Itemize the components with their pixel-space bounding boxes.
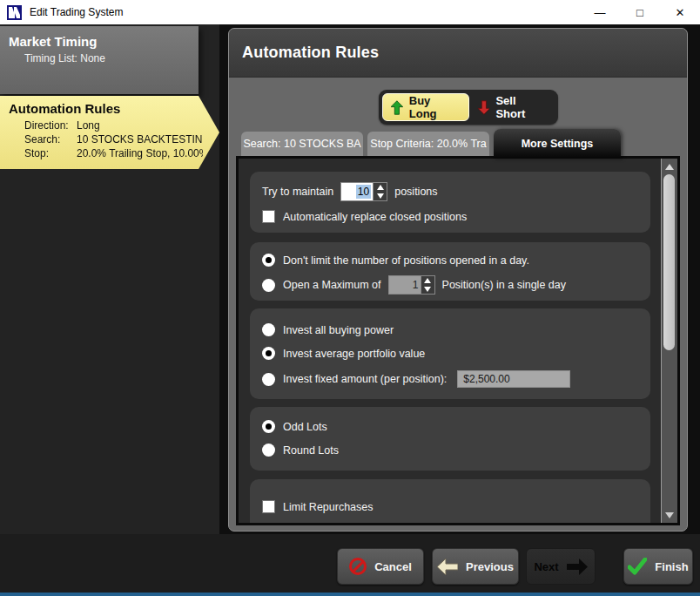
maximize-button[interactable]: □ [620, 0, 660, 24]
direction-toggle: Buy Long Sell Short [379, 90, 558, 125]
max-daily-input[interactable]: 1 [388, 275, 421, 295]
max-daily-suffix-label: Position(s) in a single day [442, 279, 566, 291]
finish-button[interactable]: Finish [623, 548, 693, 585]
no-daily-limit-label: Don't limit the number of positions open… [283, 254, 529, 267]
panel-header: Automation Rules [229, 29, 687, 78]
scrollbar-down-arrow-icon[interactable] [662, 509, 677, 521]
edit-trading-system-window: Edit Trading System — □ ✕ Market Timing … [0, 0, 700, 596]
round-lots-label: Round Lots [283, 444, 339, 457]
buy-long-button[interactable]: Buy Long [382, 93, 469, 121]
cancel-button[interactable]: Cancel [337, 548, 424, 585]
max-daily-prefix-label: Open a Maximum of [283, 279, 381, 291]
market-timing-title: Market Timing [9, 34, 190, 49]
invest-average-label: Invest average portfolio value [283, 348, 425, 360]
invest-fixed-label: Invest fixed amount (per position): [283, 373, 447, 385]
lots-group: Odd Lots Round Lots [250, 407, 650, 471]
up-arrow-icon [391, 100, 403, 115]
more-settings-scroll-region: Try to maintain 10 positions Automati [236, 156, 680, 525]
invest-amount-group: Invest all buying power Invest average p… [250, 308, 650, 399]
replace-closed-positions-checkbox[interactable] [262, 210, 275, 223]
scrollbar-thumb[interactable] [663, 174, 675, 350]
scrollbar-up-arrow-icon[interactable] [662, 160, 677, 173]
wizard-sidebar: Market Timing Timing List: None Automati… [0, 24, 219, 534]
sidebar-step-automation-rules[interactable]: Automation Rules Direction: Long Search:… [0, 96, 219, 169]
limit-repurchases-label: Limit Repurchases [283, 501, 374, 513]
next-button[interactable]: Next [526, 548, 596, 585]
maintain-positions-stepper: 10 [340, 182, 387, 201]
titlebar: Edit Trading System — □ ✕ [0, 0, 700, 24]
previous-label: Previous [466, 560, 514, 573]
sell-short-label: Sell Short [495, 94, 544, 120]
limit-repurchases-group: Limit Repurchases [250, 479, 650, 525]
automation-direction-row: Direction: Long [24, 119, 203, 132]
app-logo-icon[interactable] [7, 5, 22, 20]
direction-label: Direction: [24, 119, 77, 132]
fixed-amount-input[interactable]: $2,500.00 [457, 370, 570, 388]
maintain-positions-input[interactable]: 10 [340, 182, 374, 201]
window-bottom-border [0, 593, 700, 596]
sell-short-button[interactable]: Sell Short [469, 93, 555, 121]
next-label: Next [534, 560, 558, 573]
stop-label: Stop: [24, 146, 77, 160]
down-arrow-icon [478, 100, 490, 115]
max-daily-radio[interactable] [262, 279, 275, 292]
previous-button[interactable]: Previous [432, 548, 519, 585]
spin-up-button[interactable] [421, 276, 434, 285]
tab-search[interactable]: Search: 10 STOCKS BA [241, 132, 363, 156]
invest-average-radio[interactable] [262, 347, 275, 360]
spin-down-button[interactable] [421, 285, 434, 294]
direction-value: Long [77, 119, 203, 132]
left-arrow-icon [437, 559, 458, 575]
spin-down-button[interactable] [374, 192, 387, 200]
limit-repurchases-checkbox[interactable] [262, 500, 275, 513]
odd-lots-radio[interactable] [262, 420, 275, 433]
footer-bar: Cancel Previous Next Finish [0, 534, 700, 593]
automation-search-row: Search: 10 STOCKS BACKTESTING [24, 132, 203, 146]
invest-all-label: Invest all buying power [283, 324, 394, 336]
search-value: 10 STOCKS BACKTESTING [77, 132, 203, 146]
market-timing-list: Timing List: None [24, 52, 190, 64]
window-title: Edit Trading System [30, 6, 123, 18]
cancel-no-symbol-icon [349, 558, 367, 575]
right-arrow-icon [567, 559, 588, 575]
tab-more-settings[interactable]: More Settings [494, 129, 621, 159]
maintain-suffix-label: positions [394, 186, 437, 198]
panel-title: Automation Rules [229, 44, 379, 62]
tab-stop-criteria[interactable]: Stop Criteria: 20.0% Tra [367, 132, 489, 156]
maintain-prefix-label: Try to maintain [262, 186, 333, 198]
replace-closed-positions-label: Automatically replace closed positions [283, 211, 467, 223]
round-lots-radio[interactable] [262, 444, 275, 457]
spin-up-button[interactable] [374, 183, 387, 192]
automation-rules-panel: Automation Rules Buy Long Sell Short Sea… [228, 28, 688, 532]
finish-label: Finish [655, 560, 688, 573]
automation-stop-row: Stop: 20.0% Trailing Stop, 10.00% [24, 146, 203, 160]
search-label: Search: [24, 132, 77, 146]
buy-long-label: Buy Long [409, 94, 457, 120]
maintain-positions-group: Try to maintain 10 positions Automati [250, 172, 650, 233]
checkmark-icon [628, 558, 647, 575]
close-button[interactable]: ✕ [660, 0, 700, 24]
automation-rules-step-title: Automation Rules [9, 101, 211, 116]
stop-value: 20.0% Trailing Stop, 10.00% [77, 146, 203, 160]
minimize-button[interactable]: — [580, 0, 620, 24]
invest-fixed-radio[interactable] [262, 373, 275, 386]
invest-all-radio[interactable] [262, 323, 275, 336]
no-daily-limit-radio[interactable] [262, 254, 275, 267]
odd-lots-label: Odd Lots [283, 421, 327, 433]
daily-limit-group: Don't limit the number of positions open… [250, 242, 650, 301]
cancel-label: Cancel [374, 560, 412, 573]
sidebar-step-market-timing[interactable]: Market Timing Timing List: None [0, 26, 199, 94]
vertical-scrollbar[interactable] [661, 159, 677, 523]
max-daily-stepper: 1 [388, 275, 435, 295]
settings-tabs: Search: 10 STOCKS BA Stop Criteria: 20.0… [241, 129, 621, 159]
